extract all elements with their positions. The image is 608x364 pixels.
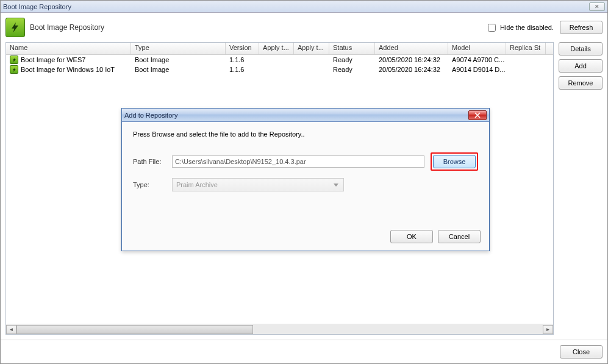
type-label: Type: bbox=[133, 181, 166, 188]
hide-disabled-input[interactable] bbox=[488, 24, 496, 32]
cell-added: 20/05/2020 16:24:32 bbox=[375, 66, 448, 73]
window-close-button[interactable]: ✕ bbox=[589, 2, 605, 11]
col-status[interactable]: Status bbox=[329, 43, 375, 54]
horizontal-scrollbar[interactable]: ◄ ► bbox=[6, 324, 553, 334]
lightning-icon bbox=[10, 55, 18, 64]
cancel-button[interactable]: Cancel bbox=[438, 230, 481, 243]
dialog-body: Press Browse and select the file to add … bbox=[122, 122, 489, 230]
col-apply2[interactable]: Apply t... bbox=[294, 43, 329, 54]
path-file-input[interactable]: C:\Users\silvana\Desktop\N9152_10.4.3.pa… bbox=[172, 155, 424, 168]
titlebar: Boot Image Repository ✕ bbox=[1, 1, 607, 13]
table-row[interactable]: Boot Image for WES7 Boot Image 1.1.6 Rea… bbox=[6, 55, 553, 65]
add-to-repository-dialog: Add to Repository Press Browse and selec… bbox=[121, 108, 490, 251]
cell-type: Boot Image bbox=[131, 66, 226, 73]
scroll-right-button[interactable]: ► bbox=[543, 325, 553, 334]
dialog-instruction: Press Browse and select the file to add … bbox=[133, 130, 478, 138]
grid-header: Name Type Version Apply t... Apply t... … bbox=[6, 43, 553, 55]
scroll-thumb[interactable] bbox=[16, 325, 253, 334]
col-apply1[interactable]: Apply t... bbox=[259, 43, 294, 54]
dialog-close-button[interactable] bbox=[468, 110, 487, 120]
cell-added: 20/05/2020 16:24:32 bbox=[375, 56, 448, 63]
top-actions: Hide the disabled. Refresh bbox=[485, 21, 603, 34]
browse-button[interactable]: Browse bbox=[433, 155, 476, 168]
ok-button[interactable]: OK bbox=[390, 230, 433, 243]
col-name[interactable]: Name bbox=[6, 43, 131, 54]
lightning-icon bbox=[5, 18, 25, 37]
cell-model: A9014 D9014 D... bbox=[448, 66, 506, 73]
cell-status: Ready bbox=[329, 66, 375, 73]
type-dropdown[interactable]: Praim Archive bbox=[172, 178, 344, 191]
scroll-left-button[interactable]: ◄ bbox=[6, 325, 16, 334]
cell-status: Ready bbox=[329, 56, 375, 63]
col-replica[interactable]: Replica St bbox=[506, 43, 546, 54]
window-title: Boot Image Repository bbox=[3, 3, 71, 10]
table-row[interactable]: Boot Image for Windows 10 IoT Boot Image… bbox=[6, 65, 553, 74]
header-row: Boot Image Repository Hide the disabled.… bbox=[5, 18, 603, 37]
col-model[interactable]: Model bbox=[448, 43, 506, 54]
remove-button[interactable]: Remove bbox=[559, 76, 603, 90]
col-added[interactable]: Added bbox=[375, 43, 448, 54]
lightning-icon bbox=[10, 65, 18, 74]
cell-version: 1.1.6 bbox=[226, 66, 259, 73]
details-button[interactable]: Details bbox=[559, 42, 603, 55]
cell-model: A9074 A9700 C... bbox=[448, 56, 506, 63]
footer: Close bbox=[1, 340, 607, 363]
col-version[interactable]: Version bbox=[226, 43, 259, 54]
add-button[interactable]: Add bbox=[559, 59, 603, 73]
side-buttons: Details Add Remove bbox=[559, 42, 603, 335]
hide-disabled-checkbox[interactable]: Hide the disabled. bbox=[485, 22, 554, 34]
path-row: Path File: C:\Users\silvana\Desktop\N915… bbox=[133, 152, 478, 171]
type-value: Praim Archive bbox=[176, 181, 218, 188]
close-button[interactable]: Close bbox=[560, 345, 603, 359]
scroll-track[interactable] bbox=[16, 325, 543, 334]
path-label: Path File: bbox=[133, 158, 166, 165]
dialog-buttons: OK Cancel bbox=[122, 230, 489, 251]
dialog-title: Add to Repository bbox=[124, 112, 177, 119]
browse-highlight: Browse bbox=[431, 152, 478, 171]
refresh-button[interactable]: Refresh bbox=[560, 21, 603, 34]
cell-version: 1.1.6 bbox=[226, 56, 259, 63]
hide-disabled-label: Hide the disabled. bbox=[500, 24, 554, 31]
col-type[interactable]: Type bbox=[131, 43, 226, 54]
type-row: Type: Praim Archive bbox=[133, 178, 478, 191]
cell-name: Boot Image for WES7 bbox=[21, 56, 85, 63]
cell-type: Boot Image bbox=[131, 56, 226, 63]
page-title: Boot Image Repository bbox=[30, 23, 104, 32]
cell-name: Boot Image for Windows 10 IoT bbox=[21, 66, 115, 73]
dialog-titlebar: Add to Repository bbox=[122, 109, 489, 122]
